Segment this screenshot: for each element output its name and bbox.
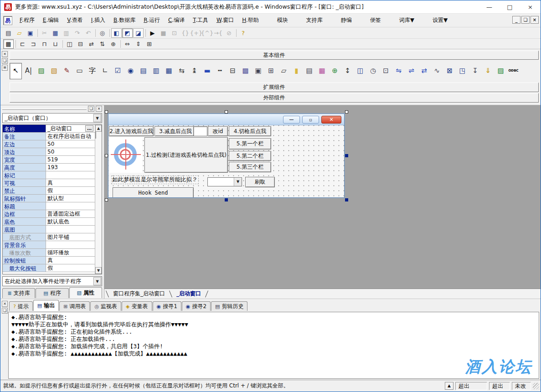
- designed-form-body[interactable]: 2.进入游戏后点我 3.减血后点我 改id 4.切枪后点我 1.过检测(进游戏丢…: [108, 125, 344, 197]
- selection-handle-right-mid[interactable]: [345, 154, 348, 157]
- property-value[interactable]: 假: [46, 187, 95, 194]
- same-width-icon[interactable]: ⇔: [122, 39, 133, 49]
- form-minimize-button[interactable]: —: [283, 116, 300, 124]
- external-components-header[interactable]: 外部组件: [10, 93, 539, 103]
- scroll-up-icon[interactable]: ▲: [95, 125, 102, 132]
- property-row[interactable]: 底图方式 图片平铺: [3, 233, 95, 241]
- odbc-connector-icon[interactable]: ODBC: [507, 64, 520, 78]
- property-value[interactable]: [46, 171, 95, 179]
- same-size-icon[interactable]: ⊞: [144, 39, 155, 49]
- resize-grip[interactable]: [533, 383, 539, 389]
- animation-box-icon[interactable]: ▩: [239, 64, 252, 78]
- document-box-icon[interactable]: ▤: [303, 64, 315, 78]
- form-combo-box[interactable]: ▼: [207, 177, 242, 186]
- help-find-icon[interactable]: ?: [238, 28, 248, 38]
- menu-item[interactable]: R.运行: [140, 15, 164, 26]
- property-row[interactable]: 边框 普通固定边框: [3, 210, 95, 218]
- center-horizontal-icon[interactable]: ◫: [64, 39, 75, 49]
- chevron-down-icon[interactable]: ▼: [93, 114, 101, 122]
- step-out-icon[interactable]: {^}: [202, 28, 212, 38]
- property-row[interactable]: 左边 50: [3, 140, 95, 148]
- selection-handle-top-mid[interactable]: [225, 110, 228, 113]
- status-up-button[interactable]: ▲: [445, 382, 453, 390]
- output-tab[interactable]: ▤剪辑历史: [211, 301, 247, 311]
- separator[interactable]: [235, 28, 237, 38]
- label-icon[interactable]: A|: [22, 64, 35, 78]
- month-calendar-icon[interactable]: ⊞: [265, 64, 277, 78]
- printer-icon[interactable]: ⊡: [380, 64, 392, 78]
- align-left-icon[interactable]: ⊏: [17, 39, 28, 49]
- selection-handle-bottom-left[interactable]: [105, 198, 108, 201]
- picture-box-icon[interactable]: ▨: [35, 64, 47, 78]
- property-value[interactable]: 50: [46, 148, 95, 155]
- close-button[interactable]: ×: [520, 0, 541, 13]
- color-picker-icon[interactable]: ▦: [316, 64, 328, 78]
- property-row[interactable]: 底图: [3, 226, 95, 233]
- chevron-down-icon[interactable]: ▼: [93, 277, 101, 285]
- output-tab[interactable]: ◉搜寻2: [182, 301, 211, 311]
- separator[interactable]: [119, 39, 122, 49]
- chevron-down-icon[interactable]: ▼: [234, 178, 242, 186]
- property-row[interactable]: 禁止 假: [3, 187, 95, 195]
- com-port-icon[interactable]: ∿: [431, 64, 443, 78]
- property-value[interactable]: 193: [46, 164, 95, 171]
- hook-send-button[interactable]: Hook Send: [113, 187, 194, 197]
- property-value[interactable]: 默认底色: [46, 218, 95, 225]
- mdi-window-icon[interactable]: ◳: [456, 64, 469, 78]
- image-box-icon[interactable]: ▨: [495, 64, 507, 78]
- separator[interactable]: [61, 39, 64, 49]
- output-tab[interactable]: ▤输出: [33, 300, 59, 311]
- palette-pin-icon[interactable]: ≡: [2, 65, 8, 71]
- paste-icon[interactable]: ▥: [61, 28, 72, 38]
- tab-window-program-set[interactable]: 窗口程序集_启动窗口: [110, 290, 168, 298]
- panel-tab[interactable]: ▧属性: [69, 287, 102, 298]
- maximize-button[interactable]: □: [500, 0, 520, 13]
- menu-item[interactable]: 便签: [366, 15, 385, 26]
- mdi-restore-button[interactable]: ❏: [521, 16, 530, 24]
- run-icon[interactable]: ▶: [147, 28, 158, 38]
- slider-bar-icon[interactable]: ╍: [214, 64, 226, 78]
- spin-button-icon[interactable]: ↨: [188, 64, 201, 78]
- switch-gun-button[interactable]: 4.切枪后点我: [229, 126, 271, 136]
- selection-handle-left-mid[interactable]: [105, 154, 108, 157]
- property-row[interactable]: 可视 真: [3, 179, 95, 187]
- tree-view-icon[interactable]: ▤: [137, 64, 149, 78]
- menu-item[interactable]: 静编: [337, 15, 356, 26]
- property-value[interactable]: 50: [46, 140, 95, 148]
- radio-button-icon[interactable]: ◉: [124, 64, 137, 78]
- menu-item[interactable]: T.工具: [189, 15, 212, 26]
- property-value[interactable]: 在程序启动后自动: [46, 133, 95, 140]
- date-box-icon[interactable]: ⊟: [227, 64, 239, 78]
- space-down-icon[interactable]: ⇅: [97, 39, 108, 49]
- property-value[interactable]: [46, 226, 95, 233]
- reduce-hp-button[interactable]: 3.减血后点我: [155, 126, 196, 136]
- print-preview-icon[interactable]: ◎: [97, 28, 108, 38]
- property-row[interactable]: 顶边 50: [3, 148, 95, 156]
- align-top-icon[interactable]: ⊓: [39, 39, 50, 49]
- property-row[interactable]: 背景音乐: [3, 241, 95, 249]
- pointer-tool-icon[interactable]: ↖: [10, 63, 22, 79]
- property-row[interactable]: 鼠标指针 默认型: [3, 195, 95, 202]
- property-value[interactable]: 默认型: [46, 195, 95, 202]
- selection-handle-bottom-mid[interactable]: [225, 198, 228, 201]
- designer-workspace[interactable]: — ▫ ✕ 2.进入游戏后点我 3.减血后点我 改id 4.切枪后点我: [104, 105, 541, 299]
- form-close-button[interactable]: ✕: [321, 116, 341, 124]
- mdi-child-icon[interactable]: 易: [3, 16, 12, 25]
- basic-components-header[interactable]: 基本组件: [10, 51, 539, 60]
- event-handler-combo[interactable]: 在此处选择加入事件处理子程序 ▼: [2, 276, 102, 286]
- change-id-button[interactable]: 改id: [208, 126, 228, 136]
- panel-tab[interactable]: ≣支持库: [2, 288, 35, 298]
- data-sender-icon[interactable]: ⇌: [405, 64, 417, 78]
- shape-box-icon[interactable]: ▧: [48, 64, 60, 78]
- refresh-button[interactable]: 刷取: [245, 177, 275, 187]
- property-value[interactable]: 假: [46, 264, 95, 272]
- menu-item[interactable]: I.插入: [88, 15, 109, 26]
- property-value[interactable]: 519: [46, 156, 95, 163]
- property-scrollbar[interactable]: ▲ ▼: [95, 125, 102, 274]
- output-tab[interactable]: ⊞调用表: [59, 301, 90, 311]
- output-restore-icon[interactable]: ❏: [2, 308, 8, 314]
- enter-game-button[interactable]: 2.进入游戏后点我: [109, 126, 154, 136]
- designed-form[interactable]: — ▫ ✕ 2.进入游戏后点我 3.减血后点我 改id 4.切枪后点我: [108, 113, 345, 198]
- check-box-icon[interactable]: ☑: [112, 64, 124, 78]
- pause-icon[interactable]: ⊘: [224, 28, 234, 38]
